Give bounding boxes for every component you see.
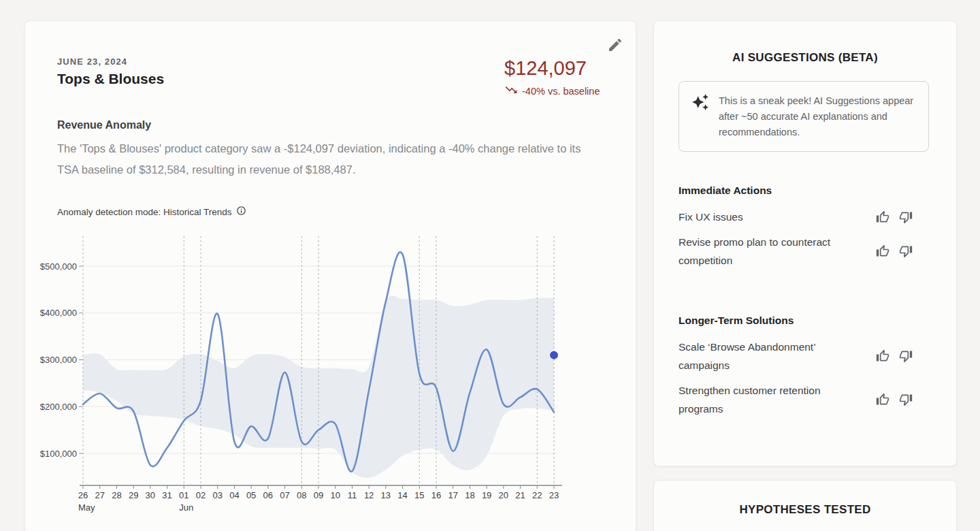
svg-text:22: 22 xyxy=(532,490,542,500)
svg-text:05: 05 xyxy=(246,490,256,500)
metric-delta-label: -40% vs. baseline xyxy=(522,86,600,97)
svg-text:27: 27 xyxy=(95,490,104,500)
feedback-buttons xyxy=(876,349,913,363)
suggestion-row: Strengthen customer retention programs xyxy=(679,381,913,418)
svg-text:04: 04 xyxy=(229,490,239,500)
suggestion-label: Scale ‘Browse Abandonment’ campaigns xyxy=(679,338,876,374)
trending-down-icon xyxy=(504,83,518,99)
svg-text:18: 18 xyxy=(465,490,474,500)
svg-text:17: 17 xyxy=(448,490,457,500)
suggestion-label: Revise promo plan to counteract competit… xyxy=(679,233,876,270)
svg-text:28: 28 xyxy=(112,490,121,500)
svg-text:12: 12 xyxy=(364,490,374,500)
hypotheses-tested-panel: HYPOTHESES TESTED xyxy=(653,480,957,531)
thumbs-down-icon[interactable] xyxy=(899,210,913,224)
suggestion-label: Fix UX issues xyxy=(679,208,876,226)
detection-mode-label: Anomaly detection mode: Historical Trend… xyxy=(57,207,232,217)
revenue-anomaly-chart: $100,000$200,000$300,000$400,000$500,000… xyxy=(25,232,631,531)
svg-text:14: 14 xyxy=(397,490,407,500)
svg-text:$100,000: $100,000 xyxy=(40,449,77,459)
svg-text:03: 03 xyxy=(212,490,222,500)
anomaly-report-card: JUNE 23, 2024 Tops & Blouses $124,097 -4… xyxy=(24,20,636,531)
svg-text:$500,000: $500,000 xyxy=(40,261,77,272)
svg-text:09: 09 xyxy=(314,490,323,500)
svg-text:11: 11 xyxy=(348,490,357,500)
dashboard-page: { "page": { "background": "#f5f4f2" }, "… xyxy=(0,0,980,531)
info-icon[interactable] xyxy=(236,206,246,218)
suggestion-label: Strengthen customer retention programs xyxy=(679,381,876,418)
anomaly-metric: $124,097 -40% vs. baseline xyxy=(504,57,600,99)
baseline-marker-dot xyxy=(550,351,558,359)
metric-value: $124,097 xyxy=(504,57,600,80)
thumbs-down-icon[interactable] xyxy=(899,244,913,258)
svg-text:29: 29 xyxy=(129,490,138,500)
svg-text:31: 31 xyxy=(162,490,172,500)
svg-text:15: 15 xyxy=(414,490,424,500)
thumbs-up-icon[interactable] xyxy=(876,244,889,258)
svg-text:06: 06 xyxy=(263,490,273,500)
svg-text:13: 13 xyxy=(381,490,391,500)
svg-text:23: 23 xyxy=(549,490,559,500)
ai-suggestions-panel: AI SUGGESTIONS (BETA) This is a sneak pe… xyxy=(653,20,957,466)
suggestion-row: Scale ‘Browse Abandonment’ campaigns xyxy=(679,338,913,374)
svg-text:16: 16 xyxy=(431,490,441,500)
thumbs-down-icon[interactable] xyxy=(899,393,913,406)
svg-text:02: 02 xyxy=(196,490,206,500)
thumbs-up-icon[interactable] xyxy=(876,393,889,406)
pencil-icon xyxy=(607,45,623,55)
sparkle-icon xyxy=(691,93,709,140)
feedback-buttons xyxy=(876,210,913,224)
suggestion-row: Revise promo plan to counteract competit… xyxy=(679,233,913,270)
ai-suggestions-title: AI SUGGESTIONS (BETA) xyxy=(654,51,956,65)
hypotheses-tested-title: HYPOTHESES TESTED xyxy=(654,503,956,517)
longer-term-solutions-heading: Longer-Term Solutions xyxy=(679,315,932,327)
svg-text:Jun: Jun xyxy=(179,502,193,513)
svg-text:10: 10 xyxy=(330,490,340,500)
svg-text:19: 19 xyxy=(482,490,491,500)
svg-text:08: 08 xyxy=(297,490,306,500)
thumbs-up-icon[interactable] xyxy=(876,210,889,224)
immediate-actions-heading: Immediate Actions xyxy=(679,184,932,197)
svg-text:21: 21 xyxy=(515,490,525,500)
svg-text:07: 07 xyxy=(280,490,289,500)
sneak-peek-notice: This is a sneak peek! AI Suggestions app… xyxy=(679,81,929,152)
report-title: Tops & Blouses xyxy=(57,71,164,87)
sneak-peek-text: This is a sneak peek! AI Suggestions app… xyxy=(719,93,916,140)
edit-button[interactable] xyxy=(606,36,625,55)
revenue-anomaly-heading: Revenue Anomaly xyxy=(57,119,151,131)
svg-text:$400,000: $400,000 xyxy=(40,308,77,318)
suggestion-row: Fix UX issues xyxy=(679,208,913,226)
thumbs-down-icon[interactable] xyxy=(899,349,913,363)
svg-text:30: 30 xyxy=(146,490,155,500)
svg-text:$200,000: $200,000 xyxy=(40,402,77,412)
svg-text:01: 01 xyxy=(179,490,189,500)
feedback-buttons xyxy=(876,393,913,406)
detection-mode-row: Anomaly detection mode: Historical Trend… xyxy=(57,206,246,218)
svg-text:$300,000: $300,000 xyxy=(40,355,77,365)
svg-text:26: 26 xyxy=(78,490,88,500)
feedback-buttons xyxy=(876,244,913,258)
svg-text:20: 20 xyxy=(499,490,508,500)
thumbs-up-icon[interactable] xyxy=(876,349,889,363)
report-date: JUNE 23, 2024 xyxy=(57,57,127,67)
metric-delta: -40% vs. baseline xyxy=(504,83,600,99)
svg-text:May: May xyxy=(78,502,95,513)
anomaly-description: The 'Tops & Blouses' product category sa… xyxy=(57,138,602,180)
